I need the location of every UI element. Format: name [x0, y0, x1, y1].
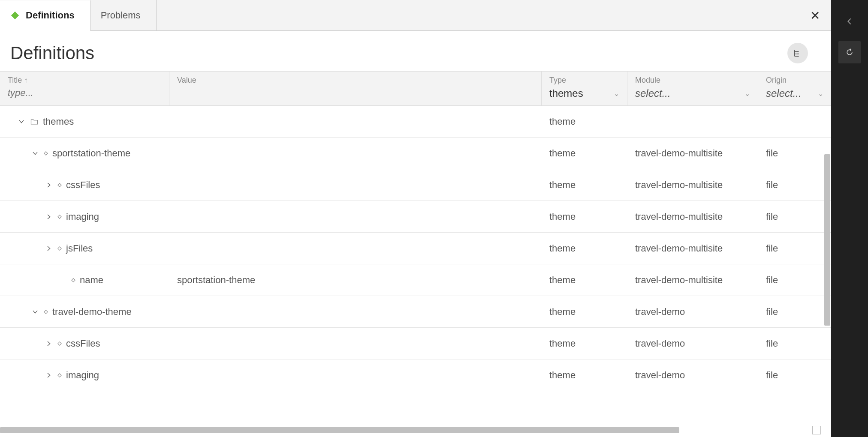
chevron-right-icon[interactable]	[45, 372, 53, 379]
cell-value: sportstation-theme	[169, 275, 542, 286]
column-header-module[interactable]: Module	[635, 76, 750, 85]
svg-marker-11	[58, 373, 61, 377]
row-title-label: cssFiles	[66, 180, 100, 191]
cell-module: travel-demo-multisite	[627, 180, 758, 191]
tabs-bar: Definitions Problems ✕	[0, 0, 831, 31]
table-row[interactable]: sportstation-themethemetravel-demo-multi…	[0, 138, 831, 169]
node-icon	[44, 310, 48, 314]
close-icon[interactable]: ✕	[810, 8, 820, 22]
cell-origin: file	[758, 338, 831, 349]
filter-row: Title ↑ Value Type themes ⌄ Module selec…	[0, 71, 831, 106]
content: Definitions Title ↑ Value Type themes	[0, 31, 831, 437]
filter-type-value: themes	[549, 87, 583, 99]
table-row[interactable]: imagingthemetravel-demofile	[0, 359, 831, 391]
row-title-label: travel-demo-theme	[52, 306, 132, 317]
chevron-down-icon[interactable]	[31, 308, 39, 315]
table-row[interactable]: cssFilesthemetravel-demo-multisitefile	[0, 169, 831, 201]
cell-title: name	[0, 275, 169, 286]
refresh-icon	[845, 48, 854, 57]
row-title-label: imaging	[66, 211, 99, 222]
cell-type: theme	[542, 148, 627, 159]
cell-origin: file	[758, 370, 831, 381]
cell-title: cssFiles	[0, 180, 169, 191]
tab-definitions-label: Definitions	[26, 10, 75, 21]
node-icon	[57, 215, 62, 219]
cell-origin: file	[758, 275, 831, 286]
table-row[interactable]: travel-demo-themethemetravel-demofile	[0, 296, 831, 328]
horizontal-scrollbar-thumb[interactable]	[0, 427, 679, 433]
cell-origin: file	[758, 211, 831, 222]
vertical-scrollbar[interactable]	[824, 154, 830, 428]
chevron-down-icon: ⌄	[818, 90, 823, 98]
cell-module: travel-demo-multisite	[627, 275, 758, 286]
row-title-label: cssFiles	[66, 338, 100, 349]
row-title-label: name	[80, 275, 103, 286]
chevron-right-icon[interactable]	[45, 340, 53, 347]
tab-definitions[interactable]: Definitions	[0, 0, 90, 31]
cell-type: theme	[542, 275, 627, 286]
cell-origin: file	[758, 306, 831, 317]
filter-value-input[interactable]	[177, 87, 533, 99]
svg-marker-0	[11, 11, 19, 19]
refresh-button[interactable]	[838, 41, 861, 63]
cell-title: jsFiles	[0, 243, 169, 254]
chevron-down-icon[interactable]	[17, 118, 26, 125]
filter-title-input[interactable]	[8, 87, 161, 99]
column-header-origin[interactable]: Origin	[766, 76, 823, 85]
filter-module-select[interactable]: select... ⌄	[635, 87, 750, 99]
node-icon	[57, 373, 62, 377]
filter-origin-value: select...	[766, 87, 802, 99]
cell-module: travel-demo	[627, 306, 758, 317]
page-title-row: Definitions	[0, 43, 831, 63]
cell-title: cssFiles	[0, 338, 169, 349]
filter-cell-value: Value	[169, 72, 542, 105]
row-title-label: jsFiles	[66, 243, 93, 254]
cell-module: travel-demo-multisite	[627, 211, 758, 222]
column-header-value[interactable]: Value	[177, 76, 533, 85]
table-row[interactable]: cssFilesthemetravel-demofile	[0, 328, 831, 359]
scroll-corner	[812, 426, 821, 434]
filter-origin-select[interactable]: select... ⌄	[766, 87, 823, 99]
svg-marker-9	[44, 310, 48, 313]
filter-cell-module: Module select... ⌄	[627, 72, 758, 105]
svg-marker-6	[58, 215, 61, 218]
node-icon	[57, 341, 62, 346]
vertical-scrollbar-thumb[interactable]	[824, 154, 830, 326]
chevron-right-icon[interactable]	[45, 213, 53, 220]
cell-module: travel-demo	[627, 338, 758, 349]
node-icon	[57, 246, 62, 251]
right-panel	[831, 0, 868, 437]
cell-title: travel-demo-theme	[0, 306, 169, 317]
table-body: themesthemesportstation-themethemetravel…	[0, 106, 831, 391]
node-icon	[44, 151, 48, 156]
cell-origin: file	[758, 243, 831, 254]
filter-cell-title: Title ↑	[0, 72, 169, 105]
table-row[interactable]: imagingthemetravel-demo-multisitefile	[0, 201, 831, 233]
cell-title: imaging	[0, 370, 169, 381]
chevron-right-icon[interactable]	[45, 245, 53, 252]
chevron-down-icon[interactable]	[31, 150, 39, 157]
svg-point-1	[798, 51, 799, 52]
cell-type: theme	[542, 116, 627, 127]
node-icon	[57, 183, 62, 187]
cell-title: sportstation-theme	[0, 148, 169, 159]
table-row[interactable]: themestheme	[0, 106, 831, 138]
row-title-label: imaging	[66, 370, 99, 381]
filter-module-value: select...	[635, 87, 671, 99]
tab-problems[interactable]: Problems	[90, 0, 157, 30]
horizontal-scrollbar[interactable]	[0, 427, 809, 433]
cell-title: imaging	[0, 211, 169, 222]
column-header-title[interactable]: Title ↑	[8, 76, 161, 85]
table-row[interactable]: namesportstation-themethemetravel-demo-m…	[0, 264, 831, 296]
row-title-label: sportstation-theme	[52, 148, 130, 159]
table-row[interactable]: jsFilesthemetravel-demo-multisitefile	[0, 233, 831, 264]
tree-collapse-button[interactable]	[787, 43, 808, 63]
tab-problems-label: Problems	[101, 10, 141, 21]
filter-cell-origin: Origin select... ⌄	[758, 72, 831, 105]
panel-collapse-button[interactable]	[838, 10, 861, 33]
column-header-type[interactable]: Type	[549, 76, 619, 85]
cell-type: theme	[542, 243, 627, 254]
chevron-right-icon[interactable]	[45, 182, 53, 189]
chevron-down-icon: ⌄	[744, 90, 750, 98]
filter-type-select[interactable]: themes ⌄	[549, 87, 619, 99]
